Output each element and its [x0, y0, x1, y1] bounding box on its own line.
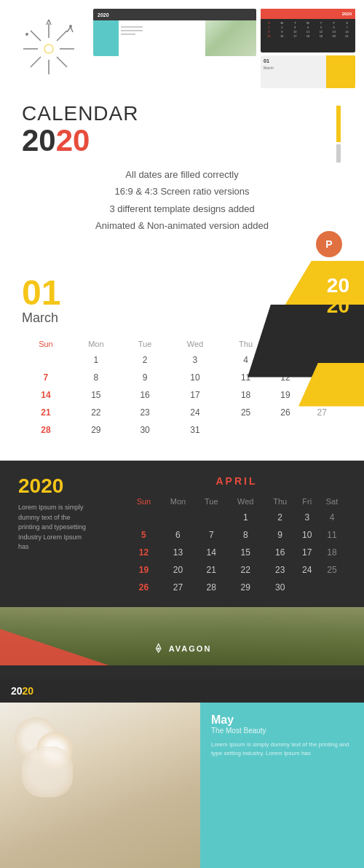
- table-row: 1: [227, 509, 264, 526]
- may-description: Lorem Ipsum is simply dummy text of the …: [211, 740, 353, 758]
- april-header-sat: Sat: [318, 494, 346, 509]
- march-year-top: 20: [327, 275, 349, 296]
- year-suffix: 20: [56, 123, 90, 157]
- table-row: 21: [196, 561, 227, 579]
- april-header-fri: Fri: [296, 494, 318, 509]
- table-row: 15: [70, 386, 122, 404]
- april-week-3: 12 13 14 15 16 17 18: [127, 544, 346, 561]
- april-week-4: 19 20 21 22 23 24 25: [127, 561, 346, 579]
- svg-line-11: [67, 27, 71, 32]
- may-month-name: May: [211, 713, 353, 727]
- table-row: 16: [122, 386, 167, 404]
- table-row: 4: [223, 351, 269, 369]
- table-row: 12: [127, 544, 160, 561]
- top-preview: 2020 2020 SMT WTFS 12: [0, 0, 364, 95]
- table-row: 20: [160, 561, 196, 579]
- table-row: 24: [296, 561, 318, 579]
- table-row: 10: [167, 369, 222, 386]
- march-header-thu: Thu: [223, 337, 269, 351]
- may-top-bar: 2020: [0, 679, 364, 703]
- table-row: 23: [264, 561, 296, 579]
- preview-year-label: 2020: [98, 12, 109, 17]
- table-row: 14: [22, 386, 70, 404]
- table-row: [196, 509, 227, 526]
- april-year: 2020: [18, 475, 120, 498]
- april-footer: AVAGON: [153, 643, 212, 654]
- table-row: 28: [196, 579, 227, 596]
- table-row: [160, 509, 196, 526]
- table-row: 4: [318, 509, 346, 526]
- table-row: 11: [318, 526, 346, 544]
- table-row: 25: [318, 561, 346, 579]
- april-week-2: 5 6 7 8 9 10 11: [127, 526, 346, 544]
- table-row: 10: [296, 526, 318, 544]
- may-info-panel: May The Most Beauty Lorem Ipsum is simpl…: [200, 703, 364, 868]
- table-row: 19: [269, 386, 301, 404]
- april-month-title: APRIL: [127, 475, 346, 487]
- table-row: 30: [122, 421, 167, 439]
- svg-line-5: [57, 57, 67, 67]
- preview-left: [9, 9, 89, 89]
- table-row: 29: [227, 579, 264, 596]
- preview-card-header: 2020: [93, 9, 256, 20]
- table-row: 15: [227, 544, 264, 561]
- table-row: 12: [269, 369, 301, 386]
- table-row: 21: [22, 404, 70, 421]
- table-row: 23: [122, 404, 167, 421]
- table-row: 17: [296, 544, 318, 561]
- svg-line-6: [57, 31, 67, 41]
- svg-line-4: [31, 31, 41, 41]
- march-calendar: 01 March 20 20 Sun Mon Tue Wed Thu Fri S…: [0, 261, 364, 461]
- table-row: 13: [301, 369, 342, 386]
- table-row: 25: [223, 404, 269, 421]
- march-year-badge: 20 20: [327, 275, 349, 316]
- april-week-1: 1 2 3 4: [127, 509, 346, 526]
- may-subtitle: The Most Beauty: [211, 727, 353, 735]
- may-body: May The Most Beauty Lorem Ipsum is simpl…: [0, 703, 364, 868]
- table-row: 2: [264, 509, 296, 526]
- march-month: March: [22, 310, 342, 326]
- avagon-logo-icon: [153, 643, 165, 654]
- table-row: [223, 421, 269, 439]
- april-left-panel: 2020 Lorem Ipsum is simply dummy text of…: [18, 475, 120, 552]
- april-header-tue: Tue: [196, 494, 227, 509]
- may-calendar: 2020 May The Most Beauty Lorem Ipsum is …: [0, 679, 364, 868]
- may-year-prefix: 20: [11, 685, 23, 697]
- svg-line-7: [31, 57, 41, 67]
- table-row: 19: [127, 561, 160, 579]
- preview-april-year: 2020: [342, 12, 352, 16]
- preview-cyan-block: [93, 20, 119, 56]
- table-row: 30: [264, 579, 296, 596]
- march-header-fri: Fri: [269, 337, 301, 351]
- april-description: Lorem Ipsum is simply dummy text of the …: [18, 503, 91, 552]
- table-row: 6: [301, 351, 342, 369]
- table-row: 9: [264, 526, 296, 544]
- may-year-suffix: 20: [23, 685, 34, 697]
- svg-point-8: [44, 44, 53, 53]
- svg-line-12: [71, 27, 73, 32]
- table-row: 20: [301, 386, 342, 404]
- april-header-mon: Mon: [160, 494, 196, 509]
- table-row: 8: [70, 369, 122, 386]
- calendar-title-text: CALENDAR: [22, 102, 336, 125]
- march-week-2: 7 8 9 10 11 12 13: [22, 369, 342, 386]
- table-row: [269, 421, 301, 439]
- features-section: All dates are filled correctly 16:9 & 4:…: [0, 163, 364, 238]
- table-row: [127, 509, 160, 526]
- year-prefix: 20: [22, 123, 56, 157]
- table-row: 17: [167, 386, 222, 404]
- table-row: 8: [227, 526, 264, 544]
- march-week-4: 21 22 23 24 25 26 27: [22, 404, 342, 421]
- prb-yellow-block: [326, 55, 355, 88]
- table-row: 27: [160, 579, 196, 596]
- preview-card-may: 2020: [93, 9, 256, 56]
- feature-1: All dates are filled correctly: [22, 166, 342, 183]
- table-row: 26: [269, 404, 301, 421]
- table-row: 7: [22, 369, 70, 386]
- firework-icon: [16, 16, 82, 82]
- table-row: 18: [223, 386, 269, 404]
- avagon-brand-name: AVAGON: [169, 644, 212, 653]
- table-row: 3: [296, 509, 318, 526]
- svg-point-14: [25, 33, 28, 36]
- preview-april-card: 2020 SMT WTFS 123 4567 8910 11121314 151…: [261, 9, 355, 52]
